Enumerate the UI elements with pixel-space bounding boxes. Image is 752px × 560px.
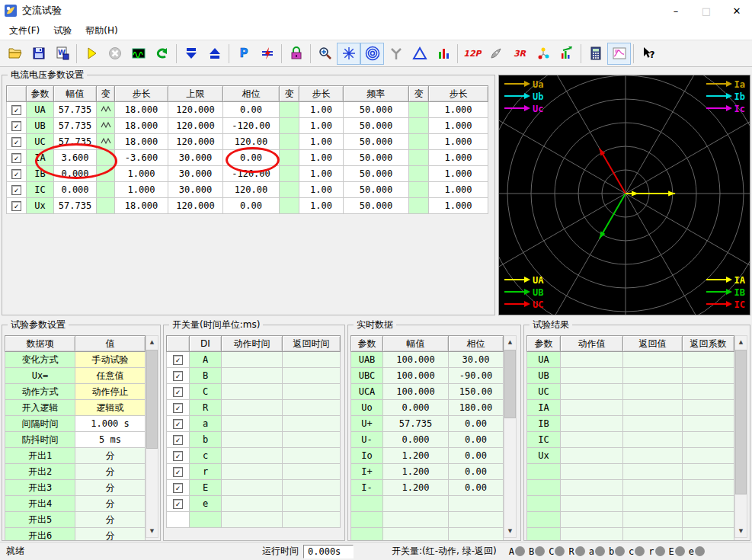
rocket-button[interactable] xyxy=(484,43,507,65)
phase-step-cell[interactable]: 1.00 xyxy=(299,118,344,134)
amplitude-cell[interactable]: 57.735 xyxy=(54,118,97,134)
value-cell[interactable]: 动作停止 xyxy=(75,384,146,400)
limit-cell[interactable]: 120.000 xyxy=(168,118,223,134)
scroll-down-arrow-icon[interactable]: ▼ xyxy=(504,525,516,537)
calculator-button[interactable] xyxy=(584,43,607,65)
row-checkbox[interactable]: ✓ xyxy=(11,105,21,115)
limit-cell[interactable]: 120.000 xyxy=(168,102,223,118)
row-checkbox[interactable]: ✓ xyxy=(173,371,183,381)
freq-step-cell[interactable]: 1.000 xyxy=(429,102,488,118)
scroll-track[interactable] xyxy=(735,348,747,525)
phase-cell[interactable]: 120.00 xyxy=(223,182,280,198)
scroll-up-arrow-icon[interactable]: ▲ xyxy=(504,336,516,348)
scroll-track[interactable] xyxy=(146,348,158,525)
vector-view-button[interactable] xyxy=(531,43,555,65)
limit-cell[interactable]: 30.000 xyxy=(168,166,223,182)
value-cell[interactable]: 分 xyxy=(75,496,146,512)
phase-step-cell[interactable]: 1.00 xyxy=(299,198,344,214)
realtime-scrollbar[interactable]: ▲▼ xyxy=(504,335,517,538)
open-file-button[interactable] xyxy=(3,43,27,65)
scroll-down-arrow-icon[interactable]: ▼ xyxy=(146,525,158,537)
scroll-down-arrow-icon[interactable]: ▼ xyxy=(735,525,747,537)
step-up-button[interactable] xyxy=(203,43,226,65)
phase-step-cell[interactable]: 1.00 xyxy=(299,166,344,182)
bar-display-button[interactable] xyxy=(431,43,455,65)
lock-button[interactable] xyxy=(284,43,308,65)
scroll-thumb[interactable] xyxy=(735,350,747,494)
fault-trigger-button[interactable] xyxy=(255,43,279,65)
amplitude-cell[interactable]: 57.735 xyxy=(54,198,97,214)
limit-cell[interactable]: 30.000 xyxy=(168,182,223,198)
test-params-scrollbar[interactable]: ▲▼ xyxy=(146,335,158,538)
three-r-button[interactable]: 3R xyxy=(507,43,531,65)
phase-cell[interactable]: 0.00 xyxy=(223,150,280,166)
row-checkbox[interactable]: ✓ xyxy=(11,201,21,211)
spot-display-button[interactable] xyxy=(337,43,360,65)
row-checkbox[interactable]: ✓ xyxy=(173,499,183,509)
value-cell[interactable]: 分 xyxy=(75,512,146,528)
amplitude-step-cell[interactable]: 1.000 xyxy=(115,166,168,182)
phase-cell[interactable]: -120.00 xyxy=(223,166,280,182)
freq-step-cell[interactable]: 1.000 xyxy=(429,198,488,214)
menu-test[interactable]: 试验 xyxy=(46,22,78,40)
report-view-button[interactable] xyxy=(607,43,631,65)
amplitude-cell[interactable]: 57.735 xyxy=(54,134,97,150)
twelve-p-button[interactable]: 12P xyxy=(460,43,484,65)
value-cell[interactable]: 分 xyxy=(75,528,146,541)
value-cell[interactable]: 1.000 s xyxy=(75,416,146,432)
close-button[interactable]: ✕ xyxy=(722,0,752,21)
target-display-button[interactable] xyxy=(360,43,384,65)
scroll-up-arrow-icon[interactable]: ▲ xyxy=(146,336,158,348)
wye-connection-button[interactable] xyxy=(384,43,408,65)
amplitude-cell[interactable]: 57.735 xyxy=(54,102,97,118)
scroll-thumb[interactable] xyxy=(504,350,516,418)
row-checkbox[interactable]: ✓ xyxy=(173,467,183,477)
frequency-cell[interactable]: 50.000 xyxy=(344,150,409,166)
phase-p-button[interactable]: P xyxy=(232,43,255,65)
row-checkbox[interactable]: ✓ xyxy=(11,185,21,195)
scroll-thumb[interactable] xyxy=(146,350,158,449)
value-cell[interactable]: 分 xyxy=(75,464,146,480)
amplitude-step-cell[interactable]: 1.000 xyxy=(115,182,168,198)
waveform-view-button[interactable] xyxy=(126,43,150,65)
amplitude-step-cell[interactable]: 18.000 xyxy=(115,198,168,214)
amplitude-step-cell[interactable]: 18.000 xyxy=(115,134,168,150)
phase-step-cell[interactable]: 1.00 xyxy=(299,182,344,198)
row-checkbox[interactable]: ✓ xyxy=(11,153,21,163)
freq-step-cell[interactable]: 1.000 xyxy=(429,166,488,182)
amplitude-cell[interactable]: 3.600 xyxy=(54,150,97,166)
row-checkbox[interactable]: ✓ xyxy=(173,355,183,365)
harmonic-chart-button[interactable] xyxy=(555,43,578,65)
row-checkbox[interactable]: ✓ xyxy=(173,483,183,493)
amplitude-step-cell[interactable]: -3.600 xyxy=(115,150,168,166)
limit-cell[interactable]: 120.000 xyxy=(168,198,223,214)
limit-cell[interactable]: 30.000 xyxy=(168,150,223,166)
help-button[interactable]: ? xyxy=(636,43,660,65)
scroll-track[interactable] xyxy=(504,348,516,525)
frequency-cell[interactable]: 50.000 xyxy=(344,134,409,150)
limit-cell[interactable]: 120.000 xyxy=(168,134,223,150)
menu-file[interactable]: 文件(F) xyxy=(2,22,46,40)
freq-step-cell[interactable]: 1.000 xyxy=(429,118,488,134)
phase-cell[interactable]: 0.00 xyxy=(223,198,280,214)
minimize-button[interactable]: – xyxy=(661,0,691,21)
phase-step-cell[interactable]: 1.00 xyxy=(299,102,344,118)
amplitude-cell[interactable]: 0.000 xyxy=(54,182,97,198)
value-cell[interactable]: 逻辑或 xyxy=(75,400,146,416)
amplitude-step-cell[interactable]: 18.000 xyxy=(115,118,168,134)
amplitude-step-cell[interactable]: 18.000 xyxy=(115,102,168,118)
row-checkbox[interactable]: ✓ xyxy=(11,121,21,131)
delta-connection-button[interactable] xyxy=(408,43,431,65)
row-checkbox[interactable]: ✓ xyxy=(11,137,21,147)
row-checkbox[interactable]: ✓ xyxy=(173,403,183,413)
row-checkbox[interactable]: ✓ xyxy=(11,169,21,179)
freq-step-cell[interactable]: 1.000 xyxy=(429,150,488,166)
frequency-cell[interactable]: 50.000 xyxy=(344,118,409,134)
row-checkbox[interactable]: ✓ xyxy=(173,435,183,445)
freq-step-cell[interactable]: 1.000 xyxy=(429,182,488,198)
frequency-cell[interactable]: 50.000 xyxy=(344,198,409,214)
row-checkbox[interactable]: ✓ xyxy=(173,419,183,429)
value-cell[interactable]: 分 xyxy=(75,448,146,464)
save-file-button[interactable] xyxy=(27,43,50,65)
value-cell[interactable]: 5 ms xyxy=(75,432,146,448)
